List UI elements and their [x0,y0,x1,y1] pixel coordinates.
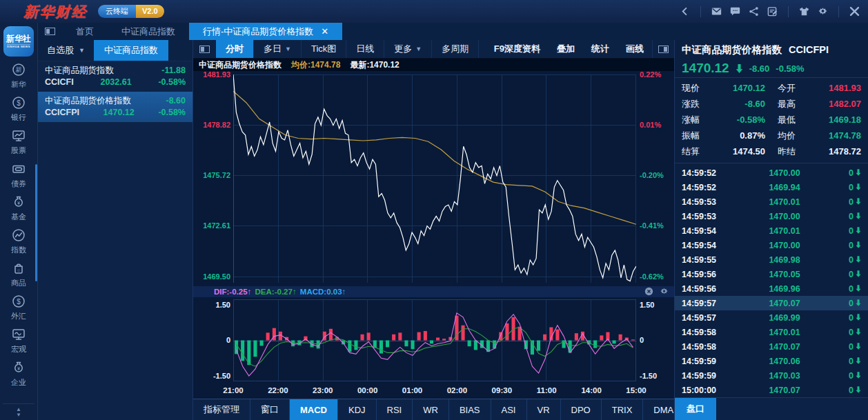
coin-icon: $ [12,294,26,310]
sidebar-item-coin-7[interactable]: $外汇 [0,291,37,324]
collapse-watchlist-icon[interactable] [199,46,210,53]
trade-row[interactable]: 14:59:581470.010 [675,325,868,339]
chart-mode-多周期[interactable]: 多周期 [432,40,479,58]
time-axis: 21:0022:0023:0000:0001:0002:0009:3011:00… [193,383,674,399]
dif-value: DIF:-0.25↑ [214,288,251,296]
sidebar: 新华社 XINHUA NEWS 新新华$银行股票债券¥基金指数☆商品$外汇宏观¥… [0,23,38,420]
trade-row[interactable]: 14:59:531470.000 [675,209,868,223]
bag-icon: ☆ [12,261,26,277]
toolbar-统计[interactable]: 统计 [583,40,618,58]
sidebar-item-xinhua-0[interactable]: 新新华 [0,59,37,92]
watchlist-item-CCICFPI[interactable]: 中证商品期货价格指数-8.60CCICFPI1470.12-0.58% [38,92,193,122]
chevron-left-icon[interactable] [675,4,694,19]
instrument-price: 1470.12 [103,107,135,119]
tab-0[interactable]: 首页 [62,23,108,40]
tab-pankou[interactable]: 盘口 [675,398,716,420]
xinhua-news-logo[interactable]: 新华社 XINHUA NEWS [3,26,34,57]
app-logo: 新华财经 [23,2,87,21]
trade-row[interactable]: 14:59:571470.070 [675,296,868,310]
quote-grid-row: 涨跌-8.60最高1482.07 [682,96,861,112]
instrument-name: 中证商品期货价格指数 [45,95,131,107]
indicator-tab-RSI[interactable]: RSI [377,399,413,420]
macd-chart-canvas[interactable]: 1.500-1.501.500-1.50 [193,297,674,383]
chart-instrument-name: 中证商品期货价格指数 [199,59,282,71]
watchlist-filter-button[interactable]: 中证商品指数 [94,40,168,61]
sidebar-item-monitor-line-8[interactable]: 宏观 [0,324,37,357]
sidebar-item-moneybag-9[interactable]: ¥企业 [0,357,37,390]
trade-row[interactable]: 14:59:531470.010 [675,194,868,209]
note-icon[interactable] [763,4,782,19]
sidebar-scroll-arrows[interactable]: ▲▼ [3,403,34,420]
message-icon[interactable] [726,4,744,19]
settings-gear-icon[interactable] [813,4,832,19]
trade-row[interactable]: 14:59:591470.060 [675,354,868,368]
trade-row[interactable]: 15:00:001470.070 [675,383,868,397]
sidebar-item-chart-circle-5[interactable]: 指数 [0,225,37,258]
close-icon[interactable] [845,4,864,19]
toolbar-F9深度资料[interactable]: F9深度资料 [486,40,549,58]
quote-grid-row: 振幅0.87%均价1474.78 [682,128,861,143]
toolbar-叠加[interactable]: 叠加 [549,40,583,58]
collapse-right-panel-icon[interactable] [658,46,669,53]
sidebar-item-moneybag-4[interactable]: ¥基金 [0,192,37,225]
toolbar-画线[interactable]: 画线 [618,40,652,58]
chart-mode-多日[interactable]: 多日▼ [254,40,302,58]
indicator-tab-BIAS[interactable]: BIAS [449,399,491,420]
price-chart-canvas[interactable]: 1481.930.22%1478.820.01%1475.72-0.20%147… [193,71,674,286]
indicator-tab-MACD[interactable]: MACD [290,399,338,420]
indicator-tab-TRIX[interactable]: TRIX [602,399,644,420]
trade-row[interactable]: 14:59:541470.000 [675,238,868,252]
trade-row[interactable]: 14:59:551469.980 [675,252,868,267]
sidebar-item-label: 企业 [11,377,26,388]
sidebar-item-monitor-chart-2[interactable]: 股票 [0,126,37,159]
app-window: 新华财经 云终端 V2.0 新华社 XINHUA NEWS 新新华$银行股票 [0,0,868,420]
svg-text:☆: ☆ [17,268,20,272]
trade-row[interactable]: 14:59:561469.960 [675,281,868,296]
trade-row[interactable]: 14:59:521470.000 [675,166,868,180]
trade-row[interactable]: 14:59:521469.940 [675,180,868,194]
watchlist-header: 自选股 ▼ 中证商品指数 [38,40,193,61]
indicator-tab-VR[interactable]: VR [527,399,561,420]
arrow-down-icon [856,357,861,366]
arrow-down-icon [856,255,861,265]
instrument-price: 2032.61 [100,77,131,88]
trade-row[interactable]: 14:59:561470.050 [675,267,868,281]
indicator-tab-KDJ[interactable]: KDJ [338,399,377,420]
watchlist-item-CCICFI[interactable]: 中证商品期货指数-11.88CCICFI2032.61-0.58% [38,61,193,92]
sidebar-item-coin-1[interactable]: $银行 [0,92,37,126]
instrument-code: CCICFPI [45,107,79,119]
instrument-change: -8.60 [166,95,186,107]
chart-mode-Tick图[interactable]: Tick图 [302,40,346,58]
theme-shirt-icon[interactable] [795,4,813,19]
mail-icon[interactable] [707,4,726,19]
chart-mode-分时[interactable]: 分时 [216,40,254,58]
indicator-tab-指标管理[interactable]: 指标管理 [193,399,250,420]
trade-row[interactable]: 14:59:581470.070 [675,339,868,354]
chart-mode-更多[interactable]: 更多▼ [384,40,432,58]
sidebar-item-banknote-3[interactable]: 债券 [0,159,37,192]
collapse-left-panel-icon[interactable] [45,28,55,35]
chart-mode-日线[interactable]: 日线 [346,40,384,58]
share-icon[interactable] [744,4,763,19]
trade-row[interactable]: 14:59:591470.030 [675,368,868,383]
indicator-tab-WR[interactable]: WR [413,399,449,420]
indicator-tab-ASI[interactable]: ASI [491,399,527,420]
tab-close-icon[interactable]: ✕ [321,27,328,36]
time-axis-label: 23:00 [313,386,333,394]
sidebar-item-bag-6[interactable]: ☆商品 [0,258,37,291]
macd-header: DIF:-0.25↑ DEA:-0.27↑ MACD:0.03↑ [193,286,674,297]
price-down-arrow-icon [736,64,743,73]
indicator-tab-DPO[interactable]: DPO [561,399,602,420]
watchlist-group-dropdown[interactable]: 自选股 ▼ [38,40,94,61]
trade-row[interactable]: 14:59:541470.010 [675,223,868,238]
indicator-settings-gear-icon[interactable] [660,287,669,297]
quote-price-row: 1470.12 -8.60 -0.58% [675,59,868,78]
tab-2[interactable]: 行情-中证商品期货价格指数✕ [189,23,342,40]
quote-instrument-code: CCICFPI [789,44,829,55]
indicator-tab-窗口[interactable]: 窗口 [250,399,290,420]
trade-row[interactable]: 14:59:571469.990 [675,310,868,325]
moneybag-icon: ¥ [12,361,26,376]
close-indicator-icon[interactable] [644,287,653,297]
tab-1[interactable]: 中证商品指数 [108,23,189,40]
chevron-down-icon: ▼ [79,47,85,54]
